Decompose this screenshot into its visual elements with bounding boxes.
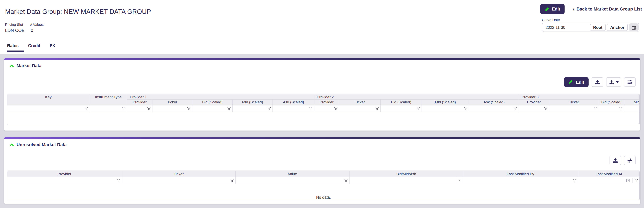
filter-cell[interactable] <box>7 177 122 184</box>
tab-credit[interactable]: Credit <box>28 43 46 52</box>
funnel-icon[interactable] <box>573 178 576 182</box>
column-header-key[interactable]: Key <box>7 94 90 105</box>
back-to-list-link[interactable]: ‹ Back to Market Data Group List <box>573 7 642 12</box>
column-header[interactable]: Mid (Scaled) <box>624 100 640 105</box>
pencil-icon <box>568 80 573 84</box>
filter-cell[interactable] <box>422 106 469 112</box>
funnel-icon[interactable] <box>147 107 151 111</box>
column-header[interactable]: Bid/Mid/Ask <box>350 171 463 177</box>
market-data-table-inner: KeyInstrument TypeProvider 1ProviderTick… <box>7 94 640 125</box>
tab-rates[interactable]: Rates <box>7 43 24 52</box>
header-actions: Edit ‹ Back to Market Data Group List <box>540 4 642 14</box>
column-header[interactable]: Bid (Scaled) <box>192 100 232 105</box>
pricing-slot-label: Pricing Slot <box>5 22 23 27</box>
content-area: Market Data Edit <box>0 54 644 208</box>
filter-cell[interactable] <box>469 106 519 112</box>
funnel-icon[interactable] <box>117 178 120 182</box>
unresolved-toolbar <box>610 156 636 165</box>
bid-mid-ask-select[interactable] <box>456 177 463 184</box>
market-data-section-head: Market Data <box>10 63 42 68</box>
anchor-button[interactable]: Anchor <box>607 24 628 31</box>
funnel-icon[interactable] <box>375 107 379 111</box>
filter-cell[interactable] <box>599 106 624 112</box>
curve-date-input[interactable] <box>542 23 590 32</box>
unresolved-title: Unresolved Market Data <box>16 142 66 147</box>
filter-cell[interactable] <box>314 106 340 112</box>
filter-cell[interactable] <box>273 106 314 112</box>
caret-down-icon <box>616 81 618 83</box>
filter-cell[interactable] <box>127 106 152 112</box>
funnel-icon[interactable] <box>309 107 312 111</box>
column-header[interactable]: Ticker <box>340 100 381 105</box>
funnel-icon[interactable] <box>344 178 348 182</box>
funnel-icon[interactable] <box>122 107 126 111</box>
funnel-icon[interactable] <box>84 107 88 111</box>
column-header-instrument-type[interactable]: Instrument Type <box>90 94 127 105</box>
filter-cell[interactable] <box>381 106 422 112</box>
column-header[interactable]: Ticker <box>122 171 236 177</box>
filter-cell[interactable] <box>340 106 381 112</box>
filter-cell[interactable] <box>7 106 90 112</box>
filter-cell[interactable] <box>578 177 640 184</box>
column-header[interactable]: Provider <box>519 100 549 105</box>
page-title: Market Data Group: NEW MARKET DATA GROUP <box>5 8 151 16</box>
unresolved-table: ProviderTickerValueBid/Mid/AskLast Modif… <box>7 171 640 200</box>
column-header[interactable]: Ticker <box>549 100 599 105</box>
funnel-icon[interactable] <box>416 107 420 111</box>
column-header[interactable]: Bid (Scaled) <box>381 100 422 105</box>
funnel-icon[interactable] <box>514 107 517 111</box>
filter-cell[interactable] <box>236 177 350 184</box>
filter-cell[interactable] <box>152 106 192 112</box>
column-header[interactable]: Provider <box>127 100 152 105</box>
chevron-up-icon[interactable] <box>10 143 14 146</box>
filter-cell[interactable] <box>519 106 549 112</box>
funnel-icon[interactable] <box>594 107 597 111</box>
no-data-row: No data. <box>7 184 640 200</box>
column-header[interactable]: Mid (Scaled) <box>232 100 273 105</box>
funnel-icon[interactable] <box>227 107 231 111</box>
filter-cell[interactable] <box>624 106 640 112</box>
column-header[interactable]: Bid (Scaled) <box>599 100 624 105</box>
filter-cell[interactable] <box>549 106 599 112</box>
funnel-icon[interactable] <box>268 107 271 111</box>
funnel-icon[interactable] <box>187 107 191 111</box>
table-settings-button[interactable] <box>624 156 636 165</box>
column-header[interactable]: Last Modified At <box>578 171 640 177</box>
column-header[interactable]: Mid (Scaled) <box>422 100 469 105</box>
root-button[interactable]: Root <box>590 24 606 31</box>
column-header[interactable]: Last Modified By <box>463 171 578 177</box>
edit-group-button[interactable]: Edit <box>540 4 564 14</box>
upload-button[interactable] <box>606 77 621 87</box>
column-header[interactable]: Ask (Scaled) <box>273 100 314 105</box>
unresolved-filter-row <box>7 177 640 184</box>
column-header[interactable]: Provider <box>314 100 340 105</box>
unresolved-panel: Unresolved Market Data ProviderTickerVal… <box>4 137 640 204</box>
calendar-button[interactable] <box>629 23 638 31</box>
tab-fx[interactable]: FX <box>50 43 61 52</box>
column-header[interactable]: Provider <box>7 171 122 177</box>
filter-cell[interactable] <box>90 106 127 112</box>
funnel-icon[interactable] <box>634 178 638 182</box>
funnel-icon[interactable] <box>619 107 622 111</box>
funnel-icon[interactable] <box>230 178 234 182</box>
column-header[interactable]: Value <box>236 171 350 177</box>
column-header[interactable]: Ticker <box>152 100 192 105</box>
filter-cell[interactable] <box>350 177 463 184</box>
filter-cell[interactable] <box>122 177 236 184</box>
upload-button[interactable] <box>610 156 621 165</box>
filter-cell[interactable] <box>232 106 273 112</box>
download-button[interactable] <box>592 77 603 87</box>
filter-cell[interactable] <box>463 177 578 184</box>
funnel-icon[interactable] <box>334 107 338 111</box>
funnel-icon[interactable] <box>544 107 548 111</box>
edit-market-data-button[interactable]: Edit <box>564 77 588 87</box>
chevron-left-icon: ‹ <box>573 7 574 11</box>
filter-cell[interactable] <box>192 106 232 112</box>
calendar-icon[interactable] <box>626 178 630 182</box>
funnel-icon[interactable] <box>464 107 468 111</box>
table-settings-button[interactable] <box>624 77 636 87</box>
curve-date-group: Root Anchor <box>542 23 639 32</box>
column-header[interactable]: Ask (Scaled) <box>469 100 519 105</box>
chevron-up-icon[interactable] <box>10 64 14 67</box>
page: Market Data Group: NEW MARKET DATA GROUP… <box>0 0 644 208</box>
